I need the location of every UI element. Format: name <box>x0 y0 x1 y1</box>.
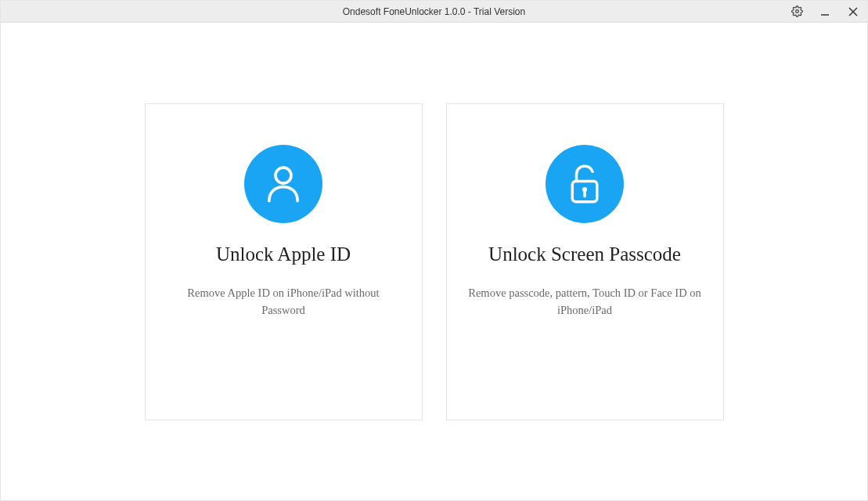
unlock-screen-passcode-card[interactable]: Unlock Screen Passcode Remove passcode, … <box>446 103 724 420</box>
unlock-icon <box>563 162 607 206</box>
card-title-screen-passcode: Unlock Screen Passcode <box>488 243 681 265</box>
close-button[interactable] <box>839 1 867 23</box>
close-icon <box>848 7 858 16</box>
svg-point-4 <box>276 168 291 183</box>
svg-point-0 <box>795 10 798 13</box>
unlock-icon-circle <box>546 145 624 223</box>
person-icon-circle <box>244 145 322 223</box>
minimize-icon <box>820 7 830 16</box>
card-desc-screen-passcode: Remove passcode, pattern, Touch ID or Fa… <box>467 284 702 319</box>
titlebar-controls <box>783 1 867 22</box>
window-title: Ondesoft FoneUnlocker 1.0.0 - Trial Vers… <box>343 6 525 17</box>
minimize-button[interactable] <box>811 1 839 23</box>
settings-button[interactable] <box>783 1 811 23</box>
person-icon <box>261 161 306 207</box>
titlebar: Ondesoft FoneUnlocker 1.0.0 - Trial Vers… <box>1 1 867 23</box>
card-title-apple-id: Unlock Apple ID <box>216 243 351 265</box>
unlock-apple-id-card[interactable]: Unlock Apple ID Remove Apple ID on iPhon… <box>145 103 423 420</box>
gear-icon <box>791 5 803 17</box>
card-desc-apple-id: Remove Apple ID on iPhone/iPad without P… <box>166 284 401 319</box>
main-content: Unlock Apple ID Remove Apple ID on iPhon… <box>1 23 867 500</box>
